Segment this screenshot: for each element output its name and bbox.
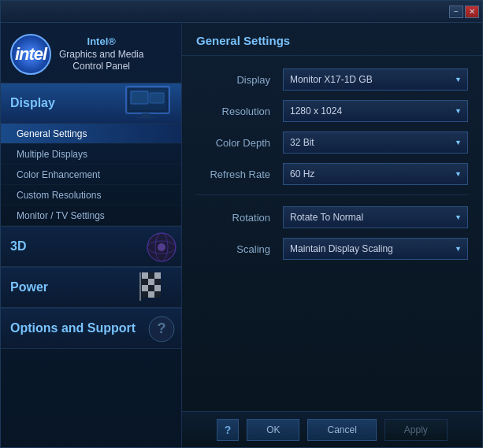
power-section-label: Power bbox=[10, 280, 48, 294]
setting-row-color-depth: Color Depth 32 Bit 16 Bit bbox=[196, 131, 468, 154]
svg-rect-15 bbox=[142, 285, 148, 291]
resolution-label: Resolution bbox=[196, 106, 283, 117]
cancel-button[interactable]: Cancel bbox=[307, 419, 376, 441]
logo-text: intel bbox=[15, 44, 46, 65]
sidebar: intel Intel® Graphics and Media Control … bbox=[1, 23, 182, 447]
nav-section-display: Display bbox=[1, 83, 181, 226]
rotation-select[interactable]: Rotate To Normal Rotate 90° Rotate 180° … bbox=[283, 206, 468, 228]
setting-row-display: Display Monitor X17-1D GB bbox=[196, 68, 468, 91]
refresh-rate-select-wrapper: 60 Hz 75 Hz 85 Hz bbox=[283, 163, 468, 185]
3d-thumbnail bbox=[118, 227, 181, 267]
intel-title: Intel® Graphics and Media Control Panel bbox=[59, 35, 143, 73]
refresh-rate-label: Refresh Rate bbox=[196, 168, 283, 180]
app-window: − ✕ intel Intel® Graphics and Media Cont… bbox=[0, 0, 483, 448]
content-header: General Settings bbox=[182, 23, 482, 56]
resolution-select[interactable]: 1280 x 1024 1024 x 768 800 x 600 bbox=[283, 100, 468, 122]
main-layout: intel Intel® Graphics and Media Control … bbox=[1, 23, 482, 447]
power-thumbnail bbox=[118, 268, 181, 308]
svg-rect-17 bbox=[142, 291, 148, 298]
display-sub-items: General Settings Multiple Displays Color… bbox=[1, 124, 181, 226]
color-depth-control: 32 Bit 16 Bit bbox=[283, 131, 468, 154]
svg-rect-22 bbox=[154, 291, 161, 298]
svg-rect-18 bbox=[148, 291, 154, 298]
nav-section-power: Power bbox=[1, 267, 181, 308]
sidebar-nav: Display bbox=[1, 83, 181, 447]
logo-area: intel Intel® Graphics and Media Control … bbox=[1, 23, 181, 83]
nav-section-options-support: Options and Support ? bbox=[1, 308, 181, 349]
3d-section-label: 3D bbox=[10, 239, 26, 254]
intel-logo: intel bbox=[10, 34, 51, 75]
resolution-select-wrapper: 1280 x 1024 1024 x 768 800 x 600 bbox=[283, 100, 468, 122]
bottom-bar: ? OK Cancel Apply bbox=[182, 411, 482, 447]
apply-button[interactable]: Apply bbox=[385, 419, 448, 441]
svg-rect-16 bbox=[148, 285, 154, 291]
setting-row-scaling: Scaling Maintain Display Scaling Stretch… bbox=[196, 238, 468, 260]
svg-rect-3 bbox=[131, 91, 148, 104]
refresh-rate-select[interactable]: 60 Hz 75 Hz 85 Hz bbox=[283, 163, 468, 185]
svg-rect-13 bbox=[142, 279, 148, 285]
resolution-control: 1280 x 1024 1024 x 768 800 x 600 bbox=[283, 100, 468, 122]
display-label: Display bbox=[196, 74, 283, 86]
scaling-select-wrapper: Maintain Display Scaling Stretch to Full… bbox=[283, 238, 468, 260]
rotation-label: Rotation bbox=[196, 212, 283, 224]
rotation-control: Rotate To Normal Rotate 90° Rotate 180° … bbox=[283, 206, 468, 228]
display-select-wrapper: Monitor X17-1D GB bbox=[283, 68, 468, 91]
setting-row-resolution: Resolution 1280 x 1024 1024 x 768 800 x … bbox=[196, 100, 468, 122]
sidebar-item-custom-resolutions[interactable]: Custom Resolutions bbox=[1, 185, 181, 205]
content-area: General Settings Display Monitor X17-1D … bbox=[182, 23, 482, 447]
svg-rect-5 bbox=[142, 113, 150, 117]
svg-rect-6 bbox=[137, 117, 154, 118]
svg-rect-14 bbox=[148, 279, 154, 285]
display-section-label: Display bbox=[10, 96, 55, 110]
svg-rect-12 bbox=[148, 272, 154, 279]
brand-sub2: Control Panel bbox=[59, 61, 143, 73]
sidebar-item-options-support[interactable]: Options and Support ? bbox=[1, 308, 181, 349]
brand-name: Intel® bbox=[59, 35, 143, 49]
titlebar: − ✕ bbox=[1, 1, 482, 23]
scaling-control: Maintain Display Scaling Stretch to Full… bbox=[283, 238, 468, 260]
svg-rect-21 bbox=[154, 285, 161, 291]
sidebar-item-power[interactable]: Power bbox=[1, 267, 181, 308]
help-button[interactable]: ? bbox=[217, 419, 239, 441]
sidebar-item-general-settings[interactable]: General Settings bbox=[1, 124, 181, 144]
color-depth-label: Color Depth bbox=[196, 137, 283, 149]
setting-row-refresh-rate: Refresh Rate 60 Hz 75 Hz 85 Hz bbox=[196, 163, 468, 185]
svg-text:?: ? bbox=[158, 320, 166, 336]
brand-sub1: Graphics and Media bbox=[59, 49, 143, 61]
divider-1 bbox=[196, 194, 468, 195]
sidebar-item-3d[interactable]: 3D bbox=[1, 226, 181, 267]
content-body: Display Monitor X17-1D GB Resolution bbox=[182, 56, 482, 411]
display-control: Monitor X17-1D GB bbox=[283, 68, 468, 91]
color-depth-select[interactable]: 32 Bit 16 Bit bbox=[283, 131, 468, 154]
ok-button[interactable]: OK bbox=[247, 419, 299, 441]
sidebar-item-monitor-tv-settings[interactable]: Monitor / TV Settings bbox=[1, 205, 181, 226]
scaling-select[interactable]: Maintain Display Scaling Stretch to Full… bbox=[283, 238, 468, 260]
setting-row-rotation: Rotation Rotate To Normal Rotate 90° Rot… bbox=[196, 206, 468, 228]
minimize-button[interactable]: − bbox=[449, 6, 463, 18]
display-thumbnail bbox=[118, 83, 181, 124]
svg-rect-11 bbox=[142, 272, 148, 279]
scaling-label: Scaling bbox=[196, 243, 283, 255]
svg-rect-20 bbox=[154, 279, 161, 285]
nav-section-3d: 3D bbox=[1, 226, 181, 267]
sidebar-item-color-enhancement[interactable]: Color Enhancement bbox=[1, 165, 181, 185]
rotation-select-wrapper: Rotate To Normal Rotate 90° Rotate 180° … bbox=[283, 206, 468, 228]
svg-rect-4 bbox=[150, 93, 164, 103]
svg-rect-19 bbox=[154, 272, 161, 279]
sidebar-item-multiple-displays[interactable]: Multiple Displays bbox=[1, 144, 181, 165]
display-select[interactable]: Monitor X17-1D GB bbox=[283, 68, 468, 91]
close-button[interactable]: ✕ bbox=[465, 6, 479, 18]
sidebar-item-display[interactable]: Display bbox=[1, 83, 181, 124]
options-support-label: Options and Support bbox=[10, 321, 136, 335]
color-depth-select-wrapper: 32 Bit 16 Bit bbox=[283, 131, 468, 154]
refresh-rate-control: 60 Hz 75 Hz 85 Hz bbox=[283, 163, 468, 185]
svg-point-10 bbox=[158, 243, 165, 251]
